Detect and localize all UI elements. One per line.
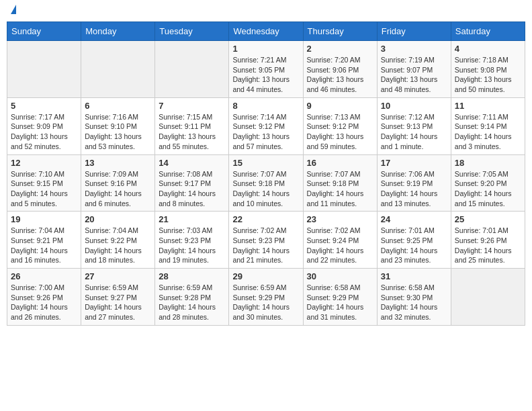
day-number: 25 [455, 214, 521, 224]
calendar-cell [155, 41, 229, 98]
day-number: 7 [159, 101, 225, 111]
day-info: Sunrise: 7:14 AMSunset: 9:12 PMDaylight:… [232, 112, 299, 152]
day-info: Sunrise: 7:10 AMSunset: 9:15 PMDaylight:… [11, 169, 77, 209]
day-number: 19 [11, 214, 77, 224]
day-number: 31 [381, 271, 447, 281]
day-number: 5 [11, 101, 77, 111]
weekday-header: Thursday [303, 22, 377, 41]
header [7, 7, 525, 16]
day-number: 8 [232, 101, 299, 111]
calendar-cell: 12Sunrise: 7:10 AMSunset: 9:15 PMDayligh… [7, 154, 81, 212]
calendar-cell: 22Sunrise: 7:02 AMSunset: 9:23 PMDayligh… [229, 212, 303, 269]
day-number: 1 [232, 44, 299, 54]
weekday-header: Wednesday [229, 22, 303, 41]
day-info: Sunrise: 7:12 AMSunset: 9:13 PMDaylight:… [381, 112, 447, 152]
day-number: 30 [307, 271, 373, 281]
calendar-cell: 2Sunrise: 7:20 AMSunset: 9:06 PMDaylight… [303, 41, 377, 98]
calendar-cell [81, 41, 155, 98]
calendar-cell: 27Sunrise: 6:59 AMSunset: 9:27 PMDayligh… [81, 269, 155, 326]
day-info: Sunrise: 7:16 AMSunset: 9:10 PMDaylight:… [85, 112, 151, 152]
day-info: Sunrise: 7:02 AMSunset: 9:24 PMDaylight:… [307, 226, 373, 265]
day-info: Sunrise: 7:19 AMSunset: 9:07 PMDaylight:… [381, 55, 447, 95]
calendar-cell: 4Sunrise: 7:18 AMSunset: 9:08 PMDaylight… [451, 41, 525, 98]
day-info: Sunrise: 7:06 AMSunset: 9:19 PMDaylight:… [381, 169, 447, 209]
logo-triangle-icon [11, 5, 16, 14]
day-number: 10 [381, 101, 447, 111]
day-info: Sunrise: 7:01 AMSunset: 9:25 PMDaylight:… [381, 226, 447, 265]
weekday-header: Sunday [7, 22, 81, 41]
day-number: 12 [11, 158, 77, 168]
day-number: 26 [11, 271, 77, 281]
day-number: 27 [85, 271, 151, 281]
day-info: Sunrise: 7:01 AMSunset: 9:26 PMDaylight:… [455, 226, 521, 265]
calendar-cell: 7Sunrise: 7:15 AMSunset: 9:11 PMDaylight… [155, 97, 229, 154]
day-info: Sunrise: 6:58 AMSunset: 9:29 PMDaylight:… [307, 283, 373, 322]
day-info: Sunrise: 6:59 AMSunset: 9:29 PMDaylight:… [232, 283, 299, 322]
day-info: Sunrise: 7:05 AMSunset: 9:20 PMDaylight:… [455, 169, 521, 209]
day-info: Sunrise: 7:21 AMSunset: 9:05 PMDaylight:… [232, 55, 299, 95]
calendar-cell: 17Sunrise: 7:06 AMSunset: 9:19 PMDayligh… [377, 154, 451, 212]
calendar-cell: 10Sunrise: 7:12 AMSunset: 9:13 PMDayligh… [377, 97, 451, 154]
weekday-header: Friday [377, 22, 451, 41]
day-info: Sunrise: 7:08 AMSunset: 9:17 PMDaylight:… [159, 169, 225, 209]
day-number: 24 [381, 214, 447, 224]
day-number: 15 [232, 158, 299, 168]
calendar-cell: 26Sunrise: 7:00 AMSunset: 9:26 PMDayligh… [7, 269, 81, 326]
day-info: Sunrise: 7:11 AMSunset: 9:14 PMDaylight:… [455, 112, 521, 152]
calendar-cell: 14Sunrise: 7:08 AMSunset: 9:17 PMDayligh… [155, 154, 229, 212]
weekday-header: Tuesday [155, 22, 229, 41]
calendar-cell [7, 41, 81, 98]
day-number: 13 [85, 158, 151, 168]
calendar-week-row: 12Sunrise: 7:10 AMSunset: 9:15 PMDayligh… [7, 154, 525, 212]
day-info: Sunrise: 6:58 AMSunset: 9:30 PMDaylight:… [381, 283, 447, 322]
weekday-header: Monday [81, 22, 155, 41]
calendar-cell: 25Sunrise: 7:01 AMSunset: 9:26 PMDayligh… [451, 212, 525, 269]
calendar-cell: 3Sunrise: 7:19 AMSunset: 9:07 PMDaylight… [377, 41, 451, 98]
day-info: Sunrise: 7:13 AMSunset: 9:12 PMDaylight:… [307, 112, 373, 152]
day-number: 18 [455, 158, 521, 168]
calendar-cell: 30Sunrise: 6:58 AMSunset: 9:29 PMDayligh… [303, 269, 377, 326]
calendar-cell: 28Sunrise: 6:59 AMSunset: 9:28 PMDayligh… [155, 269, 229, 326]
calendar-cell: 21Sunrise: 7:03 AMSunset: 9:23 PMDayligh… [155, 212, 229, 269]
day-info: Sunrise: 7:00 AMSunset: 9:26 PMDaylight:… [11, 283, 77, 322]
day-number: 16 [307, 158, 373, 168]
calendar-cell: 15Sunrise: 7:07 AMSunset: 9:18 PMDayligh… [229, 154, 303, 212]
calendar-cell: 19Sunrise: 7:04 AMSunset: 9:21 PMDayligh… [7, 212, 81, 269]
calendar-cell [451, 269, 525, 326]
calendar-cell: 6Sunrise: 7:16 AMSunset: 9:10 PMDaylight… [81, 97, 155, 154]
weekday-header: Saturday [451, 22, 525, 41]
day-info: Sunrise: 7:04 AMSunset: 9:21 PMDaylight:… [11, 226, 77, 265]
day-info: Sunrise: 7:20 AMSunset: 9:06 PMDaylight:… [307, 55, 373, 95]
calendar-cell: 16Sunrise: 7:07 AMSunset: 9:18 PMDayligh… [303, 154, 377, 212]
calendar-cell: 1Sunrise: 7:21 AMSunset: 9:05 PMDaylight… [229, 41, 303, 98]
day-number: 4 [455, 44, 521, 54]
day-number: 17 [381, 158, 447, 168]
calendar-cell: 9Sunrise: 7:13 AMSunset: 9:12 PMDaylight… [303, 97, 377, 154]
day-info: Sunrise: 7:02 AMSunset: 9:23 PMDaylight:… [232, 226, 299, 265]
day-number: 29 [232, 271, 299, 281]
day-number: 20 [85, 214, 151, 224]
day-number: 2 [307, 44, 373, 54]
day-info: Sunrise: 6:59 AMSunset: 9:28 PMDaylight:… [159, 283, 225, 322]
day-number: 9 [307, 101, 373, 111]
day-number: 11 [455, 101, 521, 111]
day-number: 23 [307, 214, 373, 224]
day-info: Sunrise: 7:09 AMSunset: 9:16 PMDaylight:… [85, 169, 151, 209]
day-info: Sunrise: 6:59 AMSunset: 9:27 PMDaylight:… [85, 283, 151, 322]
day-info: Sunrise: 7:17 AMSunset: 9:09 PMDaylight:… [11, 112, 77, 152]
weekday-header-row: SundayMondayTuesdayWednesdayThursdayFrid… [7, 22, 525, 41]
calendar-week-row: 26Sunrise: 7:00 AMSunset: 9:26 PMDayligh… [7, 269, 525, 326]
calendar-cell: 8Sunrise: 7:14 AMSunset: 9:12 PMDaylight… [229, 97, 303, 154]
day-info: Sunrise: 7:04 AMSunset: 9:22 PMDaylight:… [85, 226, 151, 265]
calendar-week-row: 5Sunrise: 7:17 AMSunset: 9:09 PMDaylight… [7, 97, 525, 154]
day-number: 3 [381, 44, 447, 54]
calendar-week-row: 1Sunrise: 7:21 AMSunset: 9:05 PMDaylight… [7, 41, 525, 98]
calendar-cell: 23Sunrise: 7:02 AMSunset: 9:24 PMDayligh… [303, 212, 377, 269]
day-number: 21 [159, 214, 225, 224]
day-number: 6 [85, 101, 151, 111]
calendar-week-row: 19Sunrise: 7:04 AMSunset: 9:21 PMDayligh… [7, 212, 525, 269]
calendar-table: SundayMondayTuesdayWednesdayThursdayFrid… [7, 21, 525, 326]
calendar-cell: 29Sunrise: 6:59 AMSunset: 9:29 PMDayligh… [229, 269, 303, 326]
day-info: Sunrise: 7:07 AMSunset: 9:18 PMDaylight:… [232, 169, 299, 209]
calendar-cell: 18Sunrise: 7:05 AMSunset: 9:20 PMDayligh… [451, 154, 525, 212]
